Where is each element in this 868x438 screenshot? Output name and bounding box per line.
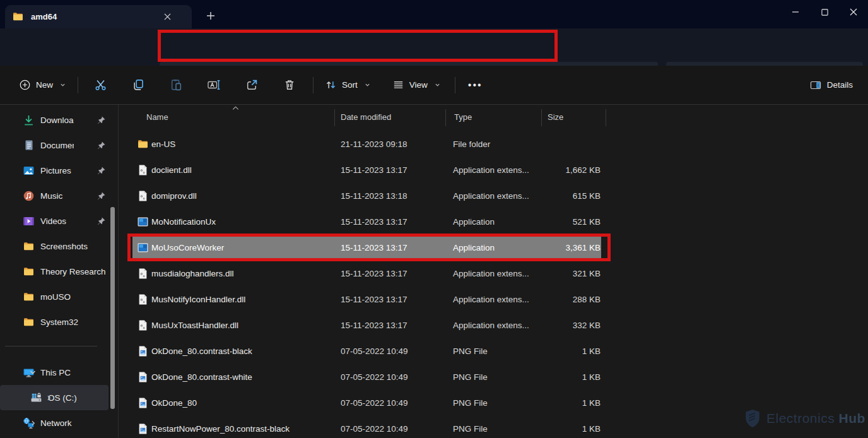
- details-pane-label: Details: [827, 80, 853, 90]
- details-pane-button[interactable]: Details: [803, 74, 859, 97]
- folder-icon: [138, 131, 148, 157]
- column-header-date-modified[interactable]: Date modified: [341, 112, 391, 122]
- tab-close-icon[interactable]: [159, 9, 175, 25]
- dll-icon: [138, 312, 148, 338]
- png-icon: [138, 338, 148, 364]
- sidebar-item-documents[interactable]: Documents: [0, 133, 108, 158]
- file-row[interactable]: MoNotificationUx15-11-2023 13:17Applicat…: [119, 209, 623, 235]
- file-name: MusNotifyIconHandler.dll: [151, 287, 245, 312]
- file-row[interactable]: OkDone_80.contrast-black07-05-2022 10:49…: [119, 338, 623, 364]
- chevron-right-icon[interactable]: [44, 392, 53, 404]
- file-row[interactable]: en-US21-11-2023 09:18File folder: [119, 131, 623, 157]
- chevron-down-icon[interactable]: [28, 367, 37, 379]
- folder-icon: [23, 316, 35, 328]
- view-button[interactable]: View: [386, 74, 447, 96]
- folder-icon: [23, 291, 35, 303]
- paste-button[interactable]: [163, 73, 189, 97]
- minimize-icon[interactable]: [781, 0, 810, 24]
- chevron-right-icon[interactable]: [28, 417, 37, 429]
- cut-icon: [94, 78, 107, 92]
- application-icon: [138, 209, 148, 235]
- column-header-name[interactable]: Name: [146, 112, 168, 122]
- command-bar: New Sort View ••• Details: [0, 66, 868, 105]
- close-icon[interactable]: [839, 0, 868, 24]
- png-icon: [138, 390, 148, 416]
- rename-button[interactable]: [201, 73, 227, 97]
- maximize-icon[interactable]: [810, 0, 839, 24]
- file-size: 521 KB: [522, 209, 601, 235]
- file-row[interactable]: MoUsoCoreWorker15-11-2023 13:17Applicati…: [119, 235, 623, 261]
- sidebar-item-theory-research[interactable]: Theory Research: [0, 259, 108, 284]
- shield-logo-icon: [744, 409, 761, 428]
- folder-icon: [13, 11, 23, 22]
- toolbar-divider: [313, 77, 314, 93]
- new-button[interactable]: New: [13, 74, 73, 96]
- sidebar-item-downloads[interactable]: Downloads: [0, 107, 108, 133]
- sidebar-tree-item-os-c-[interactable]: OS (C:): [0, 385, 108, 410]
- column-divider[interactable]: [541, 109, 542, 126]
- cut-button[interactable]: [87, 73, 114, 97]
- share-icon: [245, 78, 259, 92]
- file-row[interactable]: OkDone_8007-05-2022 10:49PNG File1 KB: [119, 390, 623, 416]
- sidebar-item-label: Pictures: [40, 166, 74, 175]
- explorer-tab[interactable]: amd64: [5, 5, 192, 28]
- file-row[interactable]: MusUxToastHandler.dll15-11-2023 13:17App…: [119, 312, 623, 338]
- file-type: File folder: [453, 131, 490, 157]
- sidebar-item-music[interactable]: Music: [0, 183, 108, 208]
- column-header-size[interactable]: Size: [548, 112, 563, 122]
- file-date-modified: 07-05-2022 10:49: [341, 364, 408, 390]
- folder-icon: [23, 240, 35, 252]
- folder-icon: [23, 266, 35, 278]
- sidebar-item-label: Screenshots: [40, 242, 108, 251]
- sidebar-item-mouso[interactable]: moUSO: [0, 284, 108, 309]
- videos-icon: [23, 215, 35, 227]
- column-divider[interactable]: [445, 109, 446, 126]
- file-row[interactable]: OkDone_80.contrast-white07-05-2022 10:49…: [119, 364, 623, 390]
- file-size: 1 KB: [522, 416, 601, 438]
- sidebar-scrollbar-thumb[interactable]: [110, 207, 115, 409]
- file-date-modified: 15-11-2023 13:17: [341, 312, 408, 338]
- view-lines-icon: [392, 79, 404, 91]
- file-name: en-US: [151, 131, 175, 157]
- title-bar: amd64: [0, 0, 868, 28]
- column-divider[interactable]: [334, 109, 335, 126]
- chevron-down-icon: [434, 81, 441, 88]
- file-type: Application extens...: [453, 312, 529, 338]
- file-row[interactable]: RestartNowPower_80.contrast-black07-05-2…: [119, 416, 623, 438]
- pin-icon: [97, 114, 106, 126]
- file-size: [522, 131, 601, 157]
- pin-icon: [97, 165, 106, 177]
- application-icon: [138, 235, 148, 261]
- png-icon: [138, 416, 148, 438]
- sort-button[interactable]: Sort: [319, 74, 377, 96]
- share-button[interactable]: [238, 73, 265, 97]
- pin-icon: [97, 215, 106, 227]
- file-name: MusUxToastHandler.dll: [151, 312, 238, 338]
- copy-button[interactable]: [125, 73, 151, 97]
- new-button-label: New: [36, 80, 53, 90]
- sidebar-item-videos[interactable]: Videos: [0, 208, 108, 234]
- file-name: OkDone_80.contrast-black: [151, 338, 252, 364]
- file-row[interactable]: MusNotifyIconHandler.dll15-11-2023 13:17…: [119, 287, 623, 312]
- delete-button[interactable]: [276, 73, 303, 97]
- pictures-icon: [23, 165, 35, 177]
- downloads-icon: [23, 114, 35, 126]
- file-name: musdialoghandlers.dll: [151, 261, 234, 287]
- chevron-down-icon: [59, 81, 66, 88]
- new-tab-button[interactable]: [202, 7, 220, 25]
- file-row[interactable]: doclient.dll15-11-2023 13:17Application …: [119, 157, 623, 183]
- column-divider[interactable]: [606, 109, 606, 126]
- sidebar-tree-item-network[interactable]: Network: [0, 410, 108, 435]
- documents-icon: [23, 139, 35, 151]
- more-options-button[interactable]: •••: [460, 74, 490, 96]
- file-date-modified: 07-05-2022 10:49: [341, 416, 408, 438]
- file-row[interactable]: domiprov.dll15-11-2023 13:18Application …: [119, 183, 623, 209]
- sidebar-tree-item-this-pc[interactable]: This PC: [0, 360, 108, 385]
- file-row[interactable]: musdialoghandlers.dll15-11-2023 13:17App…: [119, 261, 623, 287]
- os-drive-icon: [30, 392, 42, 404]
- column-header-type[interactable]: Type: [454, 112, 472, 122]
- sidebar-item-system32[interactable]: System32: [0, 309, 108, 334]
- file-type: Application extens...: [453, 183, 529, 209]
- sidebar-item-pictures[interactable]: Pictures: [0, 158, 108, 183]
- sidebar-item-screenshots[interactable]: Screenshots: [0, 234, 108, 259]
